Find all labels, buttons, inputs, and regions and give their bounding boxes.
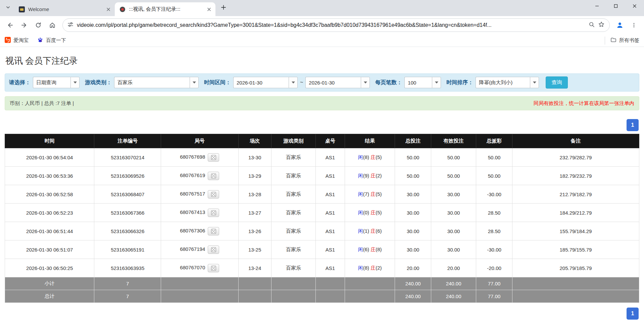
forward-button[interactable]	[17, 18, 31, 32]
cell-payout: 50.00	[476, 167, 512, 185]
minimize-button[interactable]	[588, 0, 606, 12]
cell-payout: 28.50	[476, 222, 512, 240]
home-button[interactable]	[46, 18, 59, 32]
baidu-favicon-icon	[37, 37, 43, 44]
address-bar[interactable]: videoie.com/ipl/portal.php/game/betrecor…	[62, 18, 610, 32]
game-type-input[interactable]	[114, 77, 190, 88]
view-round-button[interactable]	[208, 172, 219, 180]
cell-total-bet: 50.00	[395, 167, 431, 185]
table-row: 2026-01-30 06:52:58 523163068407 6807675…	[5, 185, 639, 204]
page-title: 视讯 会员下注纪录	[5, 55, 639, 67]
view-round-button[interactable]	[208, 264, 219, 272]
cell-session: 13-28	[238, 185, 271, 204]
bookmark-aitaobao[interactable]: 爱淘宝	[5, 37, 29, 44]
tab-close-button[interactable]	[205, 5, 213, 13]
tab-close-button[interactable]	[104, 5, 112, 13]
cell-total-bet: 30.00	[395, 204, 431, 222]
menu-kebab-icon[interactable]	[627, 18, 641, 32]
subtotal-count: 7	[94, 277, 161, 290]
refresh-button[interactable]	[32, 18, 45, 32]
date-from-input[interactable]	[233, 77, 289, 88]
bookmark-baidu[interactable]: 百度一下	[37, 37, 66, 44]
col-header-remark: 备注	[512, 134, 639, 148]
zoom-icon[interactable]	[589, 21, 595, 29]
view-round-button[interactable]	[208, 245, 219, 254]
back-button[interactable]	[3, 18, 17, 32]
table-row: 2026-01-30 06:53:36 523163069526 6807676…	[5, 167, 639, 185]
date-to-dropdown-button[interactable]	[361, 77, 370, 88]
cell-remark: 182.79/232.79	[512, 167, 639, 185]
sort-order-group: 时间排序：	[446, 77, 539, 88]
cell-valid-bet: 50.00	[431, 148, 476, 167]
player-score: (0)	[363, 210, 369, 215]
cell-bet-id: 523163070214	[94, 148, 161, 167]
chevron-down-icon	[6, 5, 10, 11]
tab-welcome[interactable]: Welcome	[14, 2, 115, 16]
player-score: (8)	[363, 154, 369, 160]
cell-table-no: AS1	[316, 240, 345, 259]
cell-valid-bet: 30.00	[431, 204, 476, 222]
query-type-input[interactable]	[33, 77, 70, 88]
cell-table-no: AS1	[316, 222, 345, 240]
page-button[interactable]: 1	[627, 119, 639, 131]
close-window-button[interactable]	[625, 0, 644, 12]
sort-order-input[interactable]	[476, 77, 530, 88]
view-round-button[interactable]	[208, 190, 219, 199]
cell-result: 闲(6) 庄(8)	[345, 240, 395, 259]
bookmark-star-icon[interactable]	[598, 21, 605, 29]
game-type-label: 游戏类别：	[85, 79, 112, 86]
new-tab-button[interactable]	[218, 3, 229, 13]
banker-result: 庄	[370, 265, 376, 271]
tab-bet-records[interactable]: :::视讯, 会员下注纪录:::	[115, 2, 215, 16]
page-size-dropdown-button[interactable]	[432, 77, 441, 88]
currency-total-text: 币别：人民币 | 总共 :7 注单 |	[10, 100, 74, 107]
cell-table-no: AS1	[316, 259, 345, 277]
cell-result: 闲(1) 庄(6)	[345, 222, 395, 240]
tab-strip: Welcome :::视讯, 会员下注纪录:::	[0, 0, 644, 16]
site-info-icon[interactable]	[67, 21, 73, 29]
date-range-group: 时间区间： ~	[204, 77, 370, 88]
caret-down-icon	[364, 81, 367, 84]
cell-game-type: 百家乐	[271, 259, 315, 277]
cell-total-bet: 30.00	[395, 185, 431, 204]
col-header-game-type: 游戏类别	[271, 134, 315, 148]
cell-table-no: AS1	[316, 167, 345, 185]
cell-valid-bet: 20.00	[431, 259, 476, 277]
page-button[interactable]: 1	[627, 308, 639, 320]
view-round-button[interactable]	[208, 227, 219, 235]
page-content: 视讯 会员下注纪录 请选择： 游戏类别： 时间区间：	[0, 47, 644, 328]
cell-payout: 28.50	[476, 204, 512, 222]
game-type-dropdown-button[interactable]	[190, 77, 199, 88]
dice-icon	[211, 173, 216, 178]
page-size-input[interactable]	[404, 77, 432, 88]
search-button[interactable]: 查询	[546, 76, 568, 89]
cell-session: 13-30	[238, 148, 271, 167]
cell-round: 680767194	[161, 240, 238, 259]
dice-icon	[211, 155, 216, 160]
query-type-dropdown-button[interactable]	[70, 77, 80, 88]
caret-down-icon	[73, 81, 77, 84]
sort-order-dropdown-button[interactable]	[530, 77, 539, 88]
player-score: (9)	[363, 173, 369, 178]
query-type-label: 请选择：	[9, 79, 31, 86]
tab-search-button[interactable]	[3, 3, 13, 13]
date-from-dropdown-button[interactable]	[289, 77, 298, 88]
cell-total-bet: 50.00	[395, 148, 431, 167]
profile-avatar[interactable]	[613, 18, 627, 32]
round-id: 680767194	[180, 246, 205, 252]
player-score: (1)	[363, 228, 369, 234]
view-round-button[interactable]	[208, 209, 219, 217]
all-bookmarks-button[interactable]: 所有书签	[605, 37, 639, 45]
col-header-table-no: 桌号	[316, 134, 345, 148]
view-round-button[interactable]	[208, 153, 219, 162]
player-score: (7)	[363, 191, 369, 197]
round-id: 680767306	[180, 228, 205, 233]
banker-result: 庄	[370, 247, 376, 252]
date-to-input[interactable]	[305, 77, 361, 88]
cell-bet-id: 523163068407	[94, 185, 161, 204]
maximize-button[interactable]	[606, 0, 625, 12]
sort-order-label: 时间排序：	[446, 79, 473, 86]
sort-order-combobox	[476, 77, 539, 88]
plus-icon	[221, 5, 226, 11]
dice-icon	[211, 229, 216, 234]
